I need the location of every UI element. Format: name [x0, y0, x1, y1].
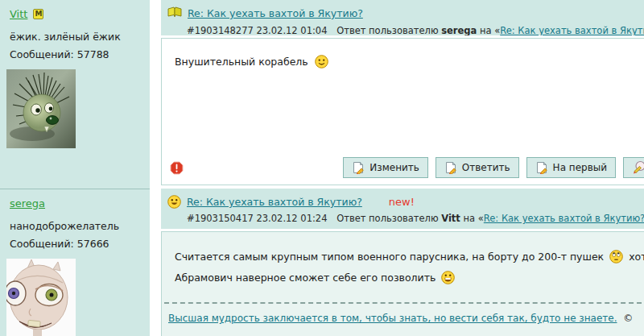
author-message-count: Сообщений: 57788 [10, 48, 140, 60]
post-id: #1903150417 [187, 213, 254, 224]
post-row: Vitt М ёжик. зилёный ёжик Сообщений: 577… [0, 0, 644, 189]
book-icon [167, 6, 182, 21]
message-text: хотя [629, 251, 644, 263]
author-panel: serega нанодоброжелатель Сообщений: 5766… [0, 189, 150, 336]
post-body: Внушительный корабель [161, 38, 644, 185]
author-subtitle: нанодоброжелатель [10, 220, 140, 232]
author-panel: Vitt М ёжик. зилёный ёжик Сообщений: 577… [0, 0, 150, 189]
quoted-topic: «Re: Как уехать вахтой в Якутию?» [478, 213, 644, 224]
post-header: Re: Как уехать вахтой в Якутию? #1903148… [161, 0, 644, 35]
laughing-smiley-icon [167, 195, 181, 209]
avatar [6, 69, 76, 148]
grin-smiley-icon [441, 271, 455, 284]
edit-page-icon [352, 161, 365, 174]
report-icon[interactable] [170, 161, 184, 175]
message-text: Считается самым крупным типом военного п… [175, 251, 604, 263]
message-text: Внушительный корабель [175, 56, 308, 68]
post-datetime: 23.02.12 01:04 [256, 25, 327, 36]
reply-label: Ответ пользователю [336, 25, 438, 36]
post-title-row: Re: Как уехать вахтой в Якутию? new! [167, 195, 638, 209]
reply-to-user: Vitt [441, 213, 460, 224]
on-label: на [480, 25, 492, 36]
quoted-topic-link[interactable]: Re: Как уехать вахтой в Якутию? [484, 213, 644, 224]
message-line: Абрамович наверное сможет себе его позво… [175, 268, 633, 288]
post-content: Re: Как уехать вахтой в Якутию? new! #19… [161, 189, 644, 336]
reply-page-icon [444, 161, 457, 174]
author-link[interactable]: serega [10, 197, 45, 209]
reply-to-user: serega [441, 25, 477, 36]
go-first-button[interactable]: На первый [526, 157, 616, 178]
go-first-button-label: На первый [553, 162, 607, 173]
column-gutter [150, 189, 161, 336]
quote-open: « [478, 213, 484, 224]
on-label: на [464, 213, 476, 224]
post-meta: #1903148277 23.02.12 01:04 Ответ пользов… [187, 25, 638, 36]
post-row: serega нанодоброжелатель Сообщений: 5766… [0, 189, 644, 336]
rolleyes-smiley-icon [609, 250, 623, 263]
post-id: #1903148277 [187, 25, 254, 36]
column-gutter [150, 0, 161, 189]
moderator-badge-icon[interactable]: М [33, 9, 43, 19]
author-name-row: Vitt М [10, 8, 140, 20]
message: Считается самым крупным типом военного п… [162, 232, 644, 288]
first-page-icon [535, 161, 548, 174]
edit-button[interactable]: Изменить [343, 157, 428, 178]
post-title-row: Re: Как уехать вахтой в Якутию? [167, 6, 638, 21]
topic-link[interactable]: Re: Как уехать вахтой в Якутию? [187, 196, 362, 208]
avatar [6, 259, 76, 336]
quote-preview-button[interactable] [623, 157, 644, 178]
forum-thread-view: Vitt М ёжик. зилёный ёжик Сообщений: 577… [0, 0, 644, 336]
smile-smiley-icon [315, 55, 328, 68]
message-line: Считается самым крупным типом военного п… [175, 247, 633, 268]
post-header: Re: Как уехать вахтой в Якутию? new! #19… [161, 189, 644, 229]
quoted-topic-link[interactable]: Re: Как уехать вахтой в Якутию? [500, 25, 644, 36]
post-meta: #1903150417 23.02.12 01:24 Ответ пользов… [187, 213, 638, 224]
post-datetime: 23.02.12 01:24 [256, 213, 327, 224]
topic-link[interactable]: Re: Как уехать вахтой в Якутию? [188, 7, 363, 19]
message: Внушительный корабель [162, 39, 644, 68]
post-actions-bar: Изменить Ответить [170, 157, 644, 178]
signature-divider [164, 302, 642, 304]
reply-button[interactable]: Ответить [436, 157, 519, 178]
magnifier-pencil-icon [632, 160, 644, 175]
message-text: Абрамович наверное сможет себе его позво… [175, 272, 436, 284]
author-name-row: serega [10, 197, 140, 209]
reply-button-label: Ответить [462, 162, 510, 173]
quoted-topic: «Re: Как уехать вахтой в Якутию?» [494, 25, 644, 36]
author-subtitle: ёжик. зилёный ёжик [10, 31, 140, 43]
signature: Высшая мудрость заключается в том, чтобы… [162, 313, 644, 332]
author-link[interactable]: Vitt [10, 8, 27, 20]
copyright-symbol: © [623, 313, 633, 324]
author-message-count: Сообщений: 57666 [10, 238, 140, 250]
new-post-badge: new! [389, 196, 415, 208]
post-body: Считается самым крупным типом военного п… [161, 231, 644, 336]
post-content: Re: Как уехать вахтой в Якутию? #1903148… [161, 0, 644, 189]
reply-label: Ответ пользователю [336, 213, 438, 224]
edit-button-label: Изменить [369, 162, 419, 173]
signature-link[interactable]: Высшая мудрость заключается в том, чтобы… [168, 313, 617, 324]
